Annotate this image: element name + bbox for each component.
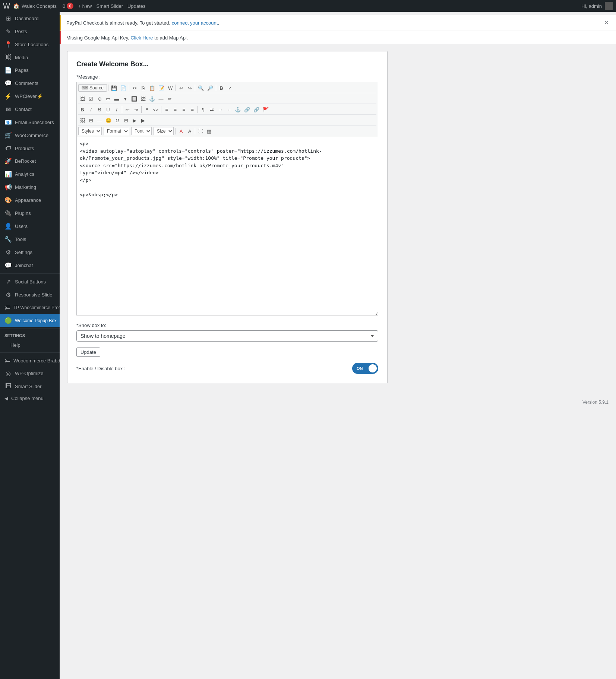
align-center-btn[interactable]: ≡ bbox=[171, 105, 179, 114]
show-box-to-select[interactable]: Show to homepage bbox=[76, 330, 378, 342]
sidebar-item-woocommerce-brabd[interactable]: 🏷 Woocommerce Brabd bbox=[0, 354, 60, 367]
italic-btn[interactable]: I bbox=[87, 105, 95, 114]
draw-btn[interactable]: ✏ bbox=[165, 95, 174, 103]
paragraph-btn[interactable]: ¶ bbox=[199, 105, 207, 114]
insert-media-btn[interactable]: ▶ bbox=[139, 116, 147, 124]
find-btn[interactable]: 🔍 bbox=[196, 84, 205, 92]
divider-btn[interactable]: — bbox=[157, 95, 165, 103]
save-btn[interactable]: 💾 bbox=[110, 84, 119, 92]
sidebar-item-marketing[interactable]: 📢 Marketing bbox=[0, 181, 60, 194]
strikethrough-btn[interactable]: S bbox=[95, 105, 104, 114]
copy-btn[interactable]: ⎘ bbox=[139, 84, 147, 92]
sidebar-item-responsive-slide[interactable]: ⚙ Responsive Slide bbox=[0, 288, 60, 301]
update-button[interactable]: Update bbox=[76, 348, 100, 357]
smiley-btn[interactable]: 😊 bbox=[104, 116, 113, 124]
underline-btn[interactable]: U bbox=[104, 105, 112, 114]
anchor-btn[interactable]: ⚓ bbox=[148, 95, 157, 103]
sidebar-item-analytics[interactable]: 📊 Analytics bbox=[0, 168, 60, 181]
cut-btn[interactable]: ✂ bbox=[130, 84, 139, 92]
sidebar-item-pages[interactable]: 📄 Pages bbox=[0, 64, 60, 77]
editor-content-area[interactable]: <p> <video autoplay="autoplay" controls=… bbox=[76, 137, 378, 315]
rtl-btn[interactable]: ← bbox=[225, 105, 233, 114]
notifications-count[interactable]: 0 bbox=[63, 3, 65, 9]
sidebar-item-tools[interactable]: 🔧 Tools bbox=[0, 233, 60, 246]
home-icon[interactable]: 🏠 bbox=[13, 3, 19, 9]
new-doc-btn[interactable]: 📄 bbox=[119, 84, 128, 92]
sidebar-item-wpclever[interactable]: ⚡ WPClever⚡ bbox=[0, 90, 60, 103]
table-btn[interactable]: ⊞ bbox=[87, 116, 95, 124]
paste-btn[interactable]: 📋 bbox=[148, 84, 157, 92]
italic2-btn[interactable]: I bbox=[113, 105, 121, 114]
flag-btn[interactable]: 🚩 bbox=[261, 105, 270, 114]
sidebar-item-email-subscribers[interactable]: 📧 Email Subscribers bbox=[0, 116, 60, 129]
sidebar-item-smart-slider[interactable]: 🎞 Smart Slider bbox=[0, 380, 60, 393]
increase-indent-btn[interactable]: ⇥ bbox=[132, 105, 140, 114]
anchor2-btn[interactable]: ⚓ bbox=[233, 105, 242, 114]
sidebar-item-settings[interactable]: ⚙ Settings bbox=[0, 246, 60, 259]
insert-image-btn[interactable]: 🖼 bbox=[78, 116, 86, 124]
smart-slider-link[interactable]: Smart Slider bbox=[97, 3, 123, 9]
select-btn[interactable]: ▾ bbox=[121, 95, 129, 103]
align-justify-btn[interactable]: ≡ bbox=[188, 105, 196, 114]
paste-word-btn[interactable]: W bbox=[166, 84, 174, 92]
maximize-btn[interactable]: ⛶ bbox=[196, 127, 205, 135]
sidebar-item-products[interactable]: 🏷 Products bbox=[0, 142, 60, 155]
blockquote-btn[interactable]: ❝ bbox=[143, 105, 151, 114]
paste-text-btn[interactable]: 📝 bbox=[157, 84, 166, 92]
styles-select[interactable]: Styles bbox=[78, 127, 102, 135]
ltr-btn[interactable]: → bbox=[216, 105, 224, 114]
iframe-btn[interactable]: ▶ bbox=[130, 116, 139, 124]
button-btn[interactable]: 🔲 bbox=[130, 95, 139, 103]
decrease-indent-btn[interactable]: ⇤ bbox=[123, 105, 132, 114]
sidebar-item-plugins[interactable]: 🔌 Plugins bbox=[0, 207, 60, 220]
format-select[interactable]: Format bbox=[104, 127, 129, 135]
notifications-badge[interactable]: 0 bbox=[67, 3, 73, 9]
radio-btn[interactable]: ⊙ bbox=[95, 95, 104, 103]
wp-logo[interactable]: W bbox=[3, 2, 10, 10]
bidi-btn[interactable]: ⇄ bbox=[208, 105, 216, 114]
link-btn[interactable]: 🔗 bbox=[243, 105, 252, 114]
size-select[interactable]: Size bbox=[154, 127, 174, 135]
show-blocks-btn[interactable]: ▦ bbox=[205, 127, 213, 135]
textarea-btn[interactable]: ▬ bbox=[113, 95, 121, 103]
bg-color-btn[interactable]: A bbox=[186, 127, 194, 135]
hr-btn[interactable]: — bbox=[95, 116, 104, 124]
align-right-btn[interactable]: ≡ bbox=[180, 105, 188, 114]
sidebar-item-comments[interactable]: 💬 Comments bbox=[0, 77, 60, 90]
sidebar-item-dashboard[interactable]: ⊞ Dashboard bbox=[0, 12, 60, 25]
paypal-notice-close[interactable]: ✕ bbox=[602, 19, 611, 27]
spellcheck-btn[interactable]: ✓ bbox=[226, 84, 234, 92]
bold-btn[interactable]: B bbox=[78, 105, 86, 114]
updates-link[interactable]: Updates bbox=[127, 3, 145, 9]
textfield-btn[interactable]: ▭ bbox=[104, 95, 112, 103]
sidebar-item-wp-optimize[interactable]: ◎ WP-Optimize bbox=[0, 367, 60, 380]
font-color-btn[interactable]: A bbox=[177, 127, 185, 135]
sidebar-item-joinchat[interactable]: 💬 Joinchat bbox=[0, 259, 60, 272]
sidebar-item-woocommerce[interactable]: 🛒 WooCommerce bbox=[0, 129, 60, 142]
checkbox-btn[interactable]: ☑ bbox=[87, 95, 95, 103]
enable-toggle[interactable]: ON bbox=[352, 363, 378, 374]
sidebar-item-contact[interactable]: ✉ Contact bbox=[0, 103, 60, 116]
special-char-btn[interactable]: Ω bbox=[113, 116, 121, 124]
new-content-button[interactable]: + New bbox=[78, 3, 92, 9]
pagebreak-btn[interactable]: ⊟ bbox=[122, 116, 130, 124]
image-btn[interactable]: 🖼 bbox=[78, 95, 86, 103]
sidebar-item-users[interactable]: 👤 Users bbox=[0, 220, 60, 233]
find-replace-btn[interactable]: 🔎 bbox=[206, 84, 215, 92]
sidebar-item-posts[interactable]: ✎ Posts bbox=[0, 25, 60, 38]
sidebar-item-help[interactable]: Help bbox=[0, 339, 60, 351]
sidebar-item-tp-woocommerce[interactable]: 🏷 TP Woocommerce Product Gallery bbox=[0, 301, 60, 314]
paypal-connect-link[interactable]: connect your account bbox=[172, 20, 218, 26]
align-left-btn[interactable]: ≡ bbox=[162, 105, 171, 114]
sidebar-item-berocket[interactable]: 🚀 BeRocket bbox=[0, 155, 60, 168]
source-button[interactable]: ⌨ Source bbox=[78, 84, 107, 92]
img-btn[interactable]: 🖼 bbox=[139, 95, 147, 103]
admin-avatar[interactable] bbox=[605, 2, 613, 10]
sidebar-item-social-buttons[interactable]: ↗ Social Buttons bbox=[0, 275, 60, 288]
sidebar-item-appearance[interactable]: 🎨 Appearance bbox=[0, 194, 60, 207]
google-map-click-here-link[interactable]: Click Here bbox=[130, 35, 153, 41]
undo-btn[interactable]: ↩ bbox=[177, 84, 185, 92]
font-select[interactable]: Font bbox=[131, 127, 152, 135]
redo-btn[interactable]: ↪ bbox=[186, 84, 194, 92]
sidebar-item-store-locations[interactable]: 📍 Store Locations bbox=[0, 38, 60, 51]
